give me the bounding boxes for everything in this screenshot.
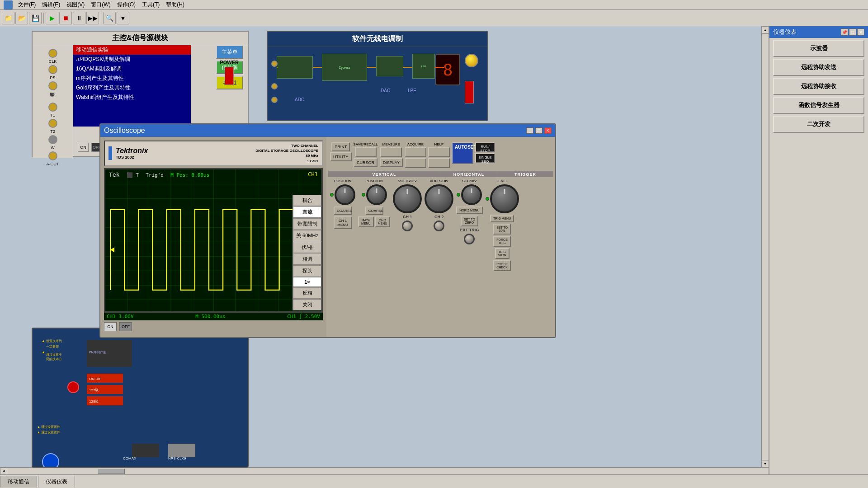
scrollbar-horizontal[interactable]: ◄ ► xyxy=(0,467,868,474)
panel-secondary-dev-btn[interactable]: 二次开发 xyxy=(773,116,864,133)
ch1-port[interactable] xyxy=(402,221,413,231)
main-menu-btn[interactable]: 主菜单 xyxy=(216,45,243,59)
acquire-sub-btn[interactable] xyxy=(405,158,426,168)
ps-connector[interactable] xyxy=(48,65,57,74)
menu-file[interactable]: 文件(F) xyxy=(15,0,38,9)
toolbar-forward-btn[interactable]: ▶▶ xyxy=(86,12,99,24)
panel-close-btn[interactable]: ✕ xyxy=(857,28,864,36)
scroll-left-arrow[interactable]: ◄ xyxy=(0,468,7,475)
menu-view[interactable]: 视图(V) xyxy=(64,0,87,9)
toolbar-search-btn[interactable]: 🔍 xyxy=(103,12,116,24)
panel-oscilloscope-btn[interactable]: 示波器 xyxy=(773,40,864,57)
panel-remote-recv-btn[interactable]: 远程协助接收 xyxy=(773,78,864,95)
single-seq-btn[interactable]: SINGLE SEQ xyxy=(475,153,495,163)
toolbar-down-btn[interactable]: ▼ xyxy=(117,12,129,24)
ch1-menu-dc[interactable]: 直流 xyxy=(293,206,321,218)
ch1-menu-1x[interactable]: 1× xyxy=(293,277,321,287)
set-to-zero-btn[interactable]: SET TO ZERO xyxy=(461,216,478,226)
menu-item-selected[interactable]: 移动通信实验 xyxy=(73,45,191,55)
toolbar: 📁 📂 💾 ▶ ⏹ ⏸ ▶▶ 🔍 ▼ xyxy=(0,10,868,26)
toolbar-save-btn[interactable]: 💾 xyxy=(29,12,42,24)
trig-menu-btn-ctrl[interactable]: TRIG MENU xyxy=(490,215,514,222)
rf-connector-1[interactable] xyxy=(271,61,278,67)
force-trig-btn[interactable]: FORCE TRIG xyxy=(493,236,511,247)
menu-item-9[interactable]: m序列产生及其特性 xyxy=(73,74,191,83)
osc-close-btn[interactable]: ✕ xyxy=(544,127,552,134)
osc-off-indicator[interactable]: OFF xyxy=(119,322,132,331)
ch2-menu-btn-ctrl[interactable]: CH 2 MENU xyxy=(375,216,391,227)
ch1-menu-btn-ctrl[interactable]: CH 1 MENU xyxy=(334,216,352,229)
scrollbar-vertical[interactable]: ▲ ▼ xyxy=(761,26,769,467)
menu-item-11[interactable]: Walsh码组产生及其特性 xyxy=(73,93,191,102)
sec-div-knob[interactable] xyxy=(461,184,482,205)
print-btn[interactable]: PRINT xyxy=(331,142,350,151)
ch1-menu-invert[interactable]: 反相 xyxy=(293,287,321,299)
menu-item-7[interactable]: π/4DQPSK调制及解调 xyxy=(73,55,191,64)
toolbar-play-btn[interactable]: ▶ xyxy=(46,12,58,24)
math-menu-btn-ctrl[interactable]: MATH MENU xyxy=(358,216,374,227)
scroll-down-arrow[interactable]: ▼ xyxy=(762,460,769,467)
acquire-btn[interactable] xyxy=(405,147,426,157)
trig-view-btn[interactable]: TRIG VIEW xyxy=(495,248,509,259)
ext-trig-port[interactable] xyxy=(464,234,475,244)
ch1-coarse-btn[interactable]: COARSE xyxy=(334,206,352,215)
help-sub-btn[interactable] xyxy=(428,158,450,168)
horiz-menu-btn[interactable]: HORIZ MENU xyxy=(456,206,482,214)
ch1-menu-coupling[interactable]: 耦合 xyxy=(293,195,321,206)
w-connector[interactable] xyxy=(48,135,57,144)
probe-check-btn[interactable]: PROBE CHECK xyxy=(493,260,511,271)
clk-connector[interactable] xyxy=(48,49,57,58)
toolbar-open-btn[interactable]: 📁 xyxy=(2,12,14,24)
ch1-menu-bw60[interactable]: 关 60MHz xyxy=(293,230,321,241)
menu-window[interactable]: 窗口(W) xyxy=(88,0,113,9)
tab-mobile-comm[interactable]: 移动通信 xyxy=(0,476,37,488)
volts-div-ch1-knob[interactable] xyxy=(393,184,422,213)
rf-connector-2[interactable] xyxy=(271,83,278,89)
osc-minimize-btn[interactable]: _ xyxy=(526,127,533,134)
panel-remote-send-btn[interactable]: 远程协助发送 xyxy=(773,59,864,76)
menu-item-10[interactable]: Gold序列产生及其特性 xyxy=(73,83,191,93)
autoset-btn[interactable]: AUTOSET xyxy=(452,142,473,164)
menu-item-8[interactable]: 16QAM调制及解调 xyxy=(73,64,191,74)
panel-float-btn[interactable]: □ xyxy=(849,28,856,36)
position-label-1: POSITION xyxy=(334,179,351,183)
osc-maximize-btn[interactable]: □ xyxy=(535,127,542,134)
ch1-menu-vdiv[interactable]: 伏/格 xyxy=(293,242,321,253)
cursor-btn[interactable]: CURSOR xyxy=(354,158,377,167)
t1-connector[interactable] xyxy=(48,103,57,112)
rf-connector-3[interactable] xyxy=(271,97,278,103)
osc-on-indicator[interactable]: ON xyxy=(104,322,117,331)
panel-func-gen-btn[interactable]: 函数信号发生器 xyxy=(773,97,864,114)
ch1-position-knob[interactable] xyxy=(335,184,355,205)
aout-connector[interactable] xyxy=(48,151,57,160)
ch1-menu-probe[interactable]: 探头 xyxy=(293,265,321,277)
menu-tools[interactable]: 工具(T) xyxy=(139,0,162,9)
toolbar-stop-btn[interactable]: ⏹ xyxy=(59,12,72,24)
run-stop-btn[interactable]: RUN/ STOP xyxy=(475,142,495,152)
measure-btn[interactable] xyxy=(380,147,402,157)
menu-help[interactable]: 帮助(H) xyxy=(163,0,187,9)
menu-operate[interactable]: 操作(O) xyxy=(114,0,138,9)
ch1-menu-phase[interactable]: 相调 xyxy=(293,253,321,265)
ch2-position-knob[interactable] xyxy=(366,184,387,205)
toolbar-folder-btn[interactable]: 📂 xyxy=(15,12,28,24)
scroll-up-arrow[interactable]: ▲ xyxy=(762,26,769,33)
ch2-coarse-btn[interactable]: COARSE xyxy=(365,206,383,215)
save-recall-btn[interactable] xyxy=(355,147,377,157)
menu-edit[interactable]: 编辑(E) xyxy=(39,0,63,9)
display-btn[interactable]: DISPLAY xyxy=(380,158,403,167)
t2-connector[interactable] xyxy=(48,119,57,128)
volts-div-ch2-knob[interactable] xyxy=(425,184,453,213)
fs-connector[interactable] xyxy=(48,81,57,90)
trigger-level-knob[interactable] xyxy=(490,184,519,213)
set-to-50-btn[interactable]: SET TO 50% xyxy=(493,224,511,235)
scroll-h-thumb[interactable] xyxy=(98,469,125,474)
utility-btn[interactable]: UTILITY xyxy=(330,152,352,161)
ch2-port[interactable] xyxy=(434,221,444,231)
tab-instruments[interactable]: 仪器仪表 xyxy=(38,476,75,488)
toolbar-pause-btn[interactable]: ⏸ xyxy=(73,12,85,24)
panel-pin-btn[interactable]: 📌 xyxy=(841,28,848,36)
ch1-menu-close[interactable]: 关闭 xyxy=(293,299,321,310)
ch1-menu-bwlimit[interactable]: 带宽限制 xyxy=(293,218,321,230)
help-btn[interactable] xyxy=(428,147,450,157)
